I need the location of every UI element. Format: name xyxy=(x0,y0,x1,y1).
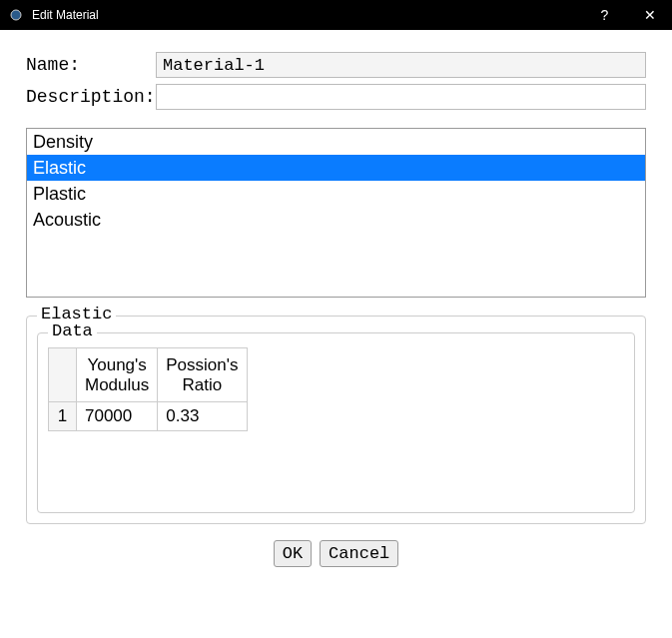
row-number: 1 xyxy=(49,402,77,431)
svg-point-0 xyxy=(11,10,21,20)
app-icon xyxy=(8,7,24,23)
data-table[interactable]: Young'sModulusPossion'sRatio1700000.33 xyxy=(48,347,248,431)
dialog-content: Name: Description: DensityElasticPlastic… xyxy=(0,30,672,638)
edit-material-dialog: Edit Material ? ✕ Name: Description: Den… xyxy=(0,0,672,638)
behavior-list[interactable]: DensityElasticPlasticAcoustic xyxy=(26,128,646,298)
window-title: Edit Material xyxy=(32,8,582,22)
table-row: 1700000.33 xyxy=(49,402,248,431)
column-header[interactable]: Young'sModulus xyxy=(77,348,158,402)
cancel-button[interactable]: Cancel xyxy=(320,540,398,567)
description-label: Description: xyxy=(26,87,156,107)
help-button[interactable]: ? xyxy=(582,0,627,30)
table-cell[interactable]: 70000 xyxy=(77,402,158,431)
behavior-group: Elastic Data Young'sModulusPossion'sRati… xyxy=(26,316,646,524)
table-corner xyxy=(49,348,77,402)
name-row: Name: xyxy=(26,52,646,78)
behavior-item-plastic[interactable]: Plastic xyxy=(27,181,645,207)
close-button[interactable]: ✕ xyxy=(627,0,672,30)
behavior-item-acoustic[interactable]: Acoustic xyxy=(27,207,645,233)
button-row: OK Cancel xyxy=(26,524,646,585)
behavior-item-elastic[interactable]: Elastic xyxy=(27,155,645,181)
description-row: Description: xyxy=(26,84,646,110)
name-input[interactable] xyxy=(156,52,646,78)
description-input[interactable] xyxy=(156,84,646,110)
data-table-wrap: Young'sModulusPossion'sRatio1700000.33 xyxy=(48,347,624,502)
table-cell[interactable]: 0.33 xyxy=(158,402,247,431)
data-group: Data Young'sModulusPossion'sRatio1700000… xyxy=(37,332,635,513)
titlebar: Edit Material ? ✕ xyxy=(0,0,672,30)
column-header[interactable]: Possion'sRatio xyxy=(158,348,247,402)
ok-button[interactable]: OK xyxy=(274,540,312,567)
data-group-legend: Data xyxy=(48,321,97,340)
behavior-item-density[interactable]: Density xyxy=(27,129,645,155)
name-label: Name: xyxy=(26,55,156,75)
